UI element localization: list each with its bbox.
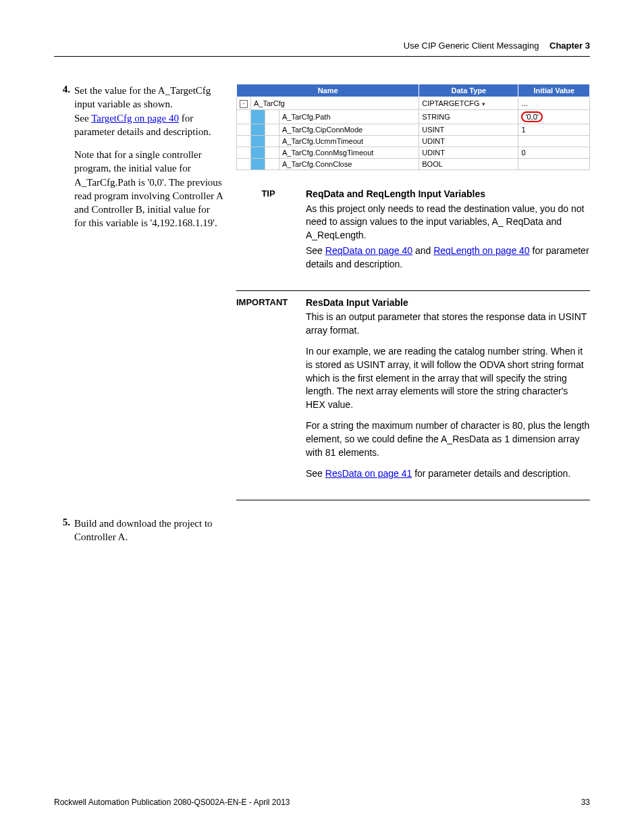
important-title: ResData Input Variable: [306, 296, 590, 310]
cell-datatype: UDINT: [419, 136, 518, 147]
link-resdata[interactable]: ResData on page 41: [325, 468, 412, 479]
step-4-text-a: Set the value for the A_TargetCfg input …: [74, 85, 211, 109]
dropdown-icon[interactable]: ▾: [482, 101, 485, 107]
cell-name: A_TarCfg.CipConnMode: [279, 124, 419, 136]
variable-table: Name Data Type Initial Value - A_TarCfg …: [236, 84, 590, 170]
step-4: 4. Set the value for the A_TargetCfg inp…: [54, 84, 223, 240]
step-4-note: Note that for a single controller progra…: [74, 148, 223, 230]
important-p2: In our example, we are reading the catal…: [306, 345, 590, 411]
cell-name: A_TarCfg.ConnMsgTimeout: [279, 147, 419, 159]
collapse-icon[interactable]: -: [240, 100, 248, 108]
important-block: IMPORTANT ResData Input Variable This is…: [236, 296, 590, 489]
cell-initval: [518, 159, 590, 170]
root-datatype: CIPTARGETCFG ▾: [419, 97, 518, 110]
highlight-circle: '0,0': [521, 111, 543, 122]
cell-initval: [518, 136, 590, 147]
tip-label: TIP: [236, 188, 306, 280]
step-5: 5. Build and download the project to Con…: [54, 517, 223, 554]
cell-datatype: BOOL: [419, 159, 518, 170]
divider: [236, 500, 590, 500]
cell-datatype: UDINT: [419, 147, 518, 159]
important-label: IMPORTANT: [236, 296, 306, 489]
table-row: A_TarCfg.ConnMsgTimeout UDINT 0: [237, 147, 590, 159]
important-p4-pre: See: [306, 468, 325, 479]
table-row: A_TarCfg.Path STRING '0,0': [237, 110, 590, 124]
step-4-text-b-pre: See: [74, 113, 91, 124]
root-name: A_TarCfg: [251, 97, 419, 110]
cell-name: A_TarCfg.ConnClose: [279, 159, 419, 170]
tip-block: TIP ReqData and ReqLength Input Variable…: [236, 188, 590, 280]
footer-page-number: 33: [581, 798, 590, 807]
important-p3: For a string the maximum number of chara…: [306, 419, 590, 459]
root-initval: ...: [518, 97, 590, 110]
link-targetcfg[interactable]: TargetCfg on page 40: [91, 113, 179, 124]
cell-initval: '0,0': [518, 110, 590, 124]
tip-title: ReqData and ReqLength Input Variables: [306, 188, 590, 201]
header-chapter: Chapter 3: [549, 41, 590, 51]
table-row: A_TarCfg.CipConnMode USINT 1: [237, 124, 590, 136]
table-row: A_TarCfg.ConnClose BOOL: [237, 159, 590, 170]
table-row: A_TarCfg.UcmmTimeout UDINT: [237, 136, 590, 147]
footer-publication: Rockwell Automation Publication 2080-QS0…: [54, 798, 290, 807]
link-reqdata[interactable]: ReqData on page 40: [325, 245, 412, 256]
page-footer: Rockwell Automation Publication 2080-QS0…: [54, 798, 590, 807]
link-reqlength[interactable]: ReqLength on page 40: [433, 245, 529, 256]
col-name: Name: [237, 84, 419, 97]
header-title: Use CIP Generic Client Messaging: [404, 41, 539, 51]
important-p1: This is an output parameter that stores …: [306, 311, 590, 337]
cell-datatype: USINT: [419, 124, 518, 136]
step-5-number: 5.: [54, 517, 74, 554]
col-initval: Initial Value: [518, 84, 590, 97]
col-datatype: Data Type: [419, 84, 518, 97]
cell-name: A_TarCfg.Path: [279, 110, 419, 124]
page-header: Use CIP Generic Client Messaging Chapter…: [54, 41, 590, 57]
step-4-number: 4.: [54, 84, 74, 240]
tip-p2-pre: See: [306, 245, 325, 256]
divider: [236, 290, 590, 291]
cell-name: A_TarCfg.UcmmTimeout: [279, 136, 419, 147]
tip-p1: As this project only needs to read the d…: [306, 203, 590, 242]
tip-p2-mid: and: [412, 245, 433, 256]
cell-initval: 1: [518, 124, 590, 136]
table-row-root: - A_TarCfg CIPTARGETCFG ▾ ...: [237, 97, 590, 110]
cell-datatype: STRING: [419, 110, 518, 124]
important-p4-post: for parameter details and description.: [412, 468, 570, 479]
step-5-text: Build and download the project to Contro…: [74, 517, 223, 544]
cell-initval: 0: [518, 147, 590, 159]
